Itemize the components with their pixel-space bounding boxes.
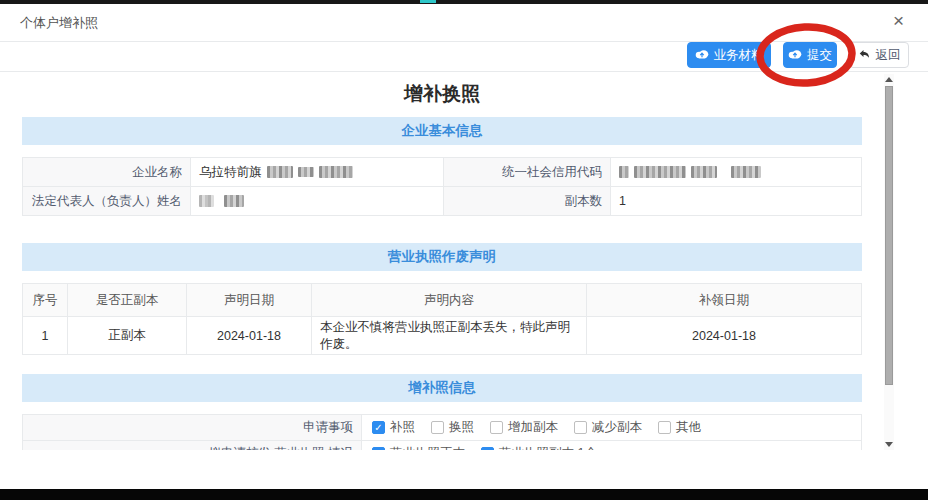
supplement-info-form: 申请事项 补照 换照 增加副本 减少副本 [22, 414, 862, 450]
dialog-header: 个体户增补照 × [0, 4, 928, 42]
field-label-apply-items: 申请事项 [23, 415, 362, 440]
checkbox-label: 营业执照正本 [390, 445, 465, 450]
redacted-block [267, 166, 293, 178]
toolbar: 业务材料 提交 返回 [0, 42, 928, 72]
form-row-license-issue: 拟申请核发 营业执照 情况 营业执照正本 营业执照副本 1个 [23, 441, 861, 450]
cloud-upload-icon [788, 48, 802, 62]
checkbox-label: 增加副本 [508, 419, 558, 436]
checkbox[interactable] [490, 421, 503, 434]
cell-reissue-date: 2024-01-18 [587, 317, 861, 355]
field-label-legal-person: 法定代表人（负责人）姓名 [23, 187, 191, 215]
checkbox[interactable] [481, 447, 494, 450]
checkbox-option-add-copy[interactable]: 增加副本 [490, 419, 558, 436]
license-issue-options: 营业执照正本 营业执照副本 1个 [362, 441, 861, 450]
dialog-content: 增补换照 企业基本信息 企业名称 乌拉特前旗 统一社会信用代码 法定代表人（负责… [0, 72, 884, 450]
checkbox-label: 减少副本 [592, 419, 642, 436]
bottom-letterbox-bar [0, 489, 928, 500]
checkbox[interactable] [372, 447, 385, 450]
checkbox[interactable] [431, 421, 444, 434]
scroll-up-icon[interactable] [885, 77, 893, 82]
column-header: 序号 [23, 284, 68, 317]
redacted-block [199, 195, 214, 207]
checkbox-label: 其他 [676, 419, 701, 436]
field-value-copy-count: 1 [611, 187, 861, 215]
form-row: 法定代表人（负责人）姓名 副本数 1 [23, 187, 861, 216]
redacted-block [731, 166, 761, 178]
section-header-basic-info: 企业基本信息 [22, 117, 862, 145]
section-header-supplement-info: 增补照信息 [22, 374, 862, 402]
field-value-legal-person [191, 187, 444, 215]
field-label-copy-count: 副本数 [444, 187, 611, 215]
basic-info-form: 企业名称 乌拉特前旗 统一社会信用代码 法定代表人（负责人）姓名 副本数 [22, 157, 862, 216]
column-header: 声明内容 [312, 284, 587, 317]
dialog-title: 个体户增补照 [20, 14, 98, 32]
scroll-down-icon[interactable] [885, 442, 893, 447]
redacted-block [634, 166, 686, 178]
checkbox[interactable] [574, 421, 587, 434]
page-title: 增补换照 [0, 82, 884, 106]
checkbox-option-other[interactable]: 其他 [658, 419, 701, 436]
redacted-block [224, 195, 244, 207]
checkbox-option-license-original[interactable]: 营业执照正本 [372, 445, 465, 450]
submit-button[interactable]: 提交 [783, 42, 837, 68]
cell-declare-date: 2024-01-18 [187, 317, 312, 355]
cloud-upload-icon [695, 48, 709, 62]
table-header-row: 序号 是否正副本 声明日期 声明内容 补领日期 [23, 284, 861, 317]
form-row-apply-items: 申请事项 补照 换照 增加副本 减少副本 [23, 415, 861, 441]
column-header: 补领日期 [587, 284, 861, 317]
redacted-block [319, 166, 353, 178]
back-button[interactable]: 返回 [849, 42, 909, 68]
checkbox-option-renew[interactable]: 换照 [431, 419, 474, 436]
form-row: 企业名称 乌拉特前旗 统一社会信用代码 [23, 158, 861, 187]
field-value-company-name: 乌拉特前旗 [191, 158, 444, 186]
void-declaration-table: 序号 是否正副本 声明日期 声明内容 补领日期 1 正副本 2024-01-18… [22, 283, 862, 355]
column-header: 声明日期 [187, 284, 312, 317]
checkbox-label: 营业执照副本 1个 [499, 445, 597, 450]
column-header: 是否正副本 [68, 284, 187, 317]
cell-seq: 1 [23, 317, 68, 355]
redacted-block [298, 167, 314, 177]
field-label-credit-code: 统一社会信用代码 [444, 158, 611, 186]
scrollbar-thumb[interactable] [885, 86, 893, 385]
business-materials-button[interactable]: 业务材料 [687, 42, 771, 68]
vertical-scrollbar[interactable] [884, 74, 894, 450]
company-name-text: 乌拉特前旗 [199, 164, 262, 181]
field-value-credit-code [611, 158, 861, 186]
checkbox[interactable] [372, 421, 385, 434]
cell-declare-content: 本企业不慎将营业执照正副本丢失，特此声明作废。 [312, 317, 587, 355]
top-teal-notch [420, 0, 436, 3]
redacted-block [691, 166, 717, 178]
field-label-license-issue: 拟申请核发 营业执照 情况 [23, 441, 362, 450]
checkbox-label: 换照 [449, 419, 474, 436]
back-label: 返回 [876, 47, 901, 64]
business-materials-label: 业务材料 [714, 47, 764, 64]
checkbox-option-supplement[interactable]: 补照 [372, 419, 415, 436]
cell-copy-type: 正副本 [68, 317, 187, 355]
checkbox-label: 补照 [390, 419, 415, 436]
field-label-company-name: 企业名称 [23, 158, 191, 186]
back-arrow-icon [858, 48, 871, 63]
close-icon[interactable]: × [893, 11, 904, 30]
redacted-block [619, 166, 629, 178]
apply-items-options: 补照 换照 增加副本 减少副本 其他 [362, 415, 861, 440]
section-header-void-declaration: 营业执照作废声明 [22, 243, 862, 271]
checkbox-option-license-copy[interactable]: 营业执照副本 1个 [481, 445, 597, 450]
checkbox[interactable] [658, 421, 671, 434]
checkbox-option-reduce-copy[interactable]: 减少副本 [574, 419, 642, 436]
table-row: 1 正副本 2024-01-18 本企业不慎将营业执照正副本丢失，特此声明作废。… [23, 317, 861, 355]
submit-label: 提交 [807, 47, 832, 64]
